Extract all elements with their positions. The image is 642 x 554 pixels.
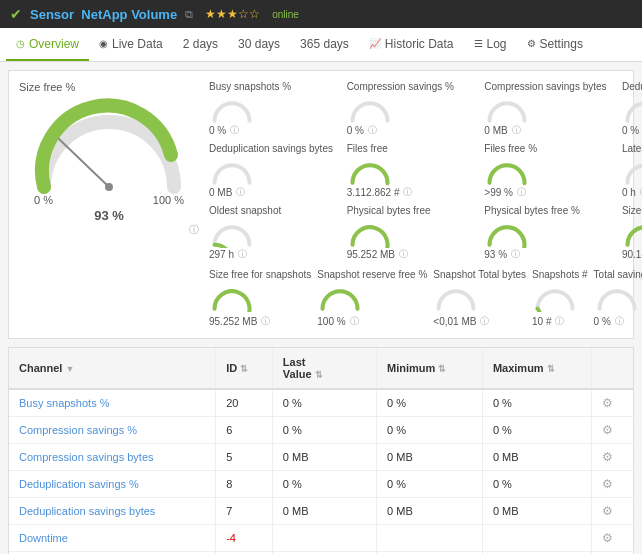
mini-gauge-svg-wrap-7 (622, 156, 642, 186)
mini-gauge-title-6: Files free % (484, 143, 616, 154)
mini-gauge-11: Size free 90.140 MB ⓘ (622, 205, 642, 261)
big-gauge-min: 0 % (34, 194, 53, 206)
mini-gauge-svg-wrap-0 (209, 94, 255, 124)
mini-gauge-svg-wrap-11 (622, 218, 642, 248)
mini-gauge-value-3: 0 % (622, 125, 639, 136)
id-sort-icon[interactable]: ⇅ (240, 364, 248, 374)
mini-gauge-info-9[interactable]: ⓘ (399, 248, 408, 261)
mini-gauge-svg-wrap-2 (484, 94, 530, 124)
cell-lastvalue-3: 0 % (272, 471, 376, 498)
min-sort-icon[interactable]: ⇅ (438, 364, 446, 374)
nav-historicdata[interactable]: 📈 Historic Data (359, 28, 464, 61)
mini-gauge2-info-2[interactable]: ⓘ (480, 315, 489, 328)
mini-gauges-area: Busy snapshots % 0 % ⓘ Compression savin… (209, 81, 642, 328)
cell-minimum-3: 0 % (377, 471, 483, 498)
row-gear-icon-4[interactable]: ⚙ (602, 504, 613, 518)
copy-icon[interactable]: ⧉ (185, 8, 193, 21)
mini-gauge-info-8[interactable]: ⓘ (238, 248, 247, 261)
nav-settings-label: Settings (540, 37, 583, 51)
cell-id-5: -4 (216, 525, 273, 552)
mini-gauge-7: Latest snapshot 0 h ⓘ (622, 143, 642, 199)
row-gear-icon-0[interactable]: ⚙ (602, 396, 613, 410)
mini-gauge-info-10[interactable]: ⓘ (511, 248, 520, 261)
header-brand-name: NetApp Volume (81, 7, 177, 22)
overview-icon: ◷ (16, 38, 25, 49)
nav-overview-label: Overview (29, 37, 79, 51)
mini-gauge-info-6[interactable]: ⓘ (517, 186, 526, 199)
cell-actions-5[interactable]: ⚙ (591, 525, 633, 552)
mini-gauge-info-4[interactable]: ⓘ (236, 186, 245, 199)
mini-gauge-value-11: 90.140 MB (622, 249, 642, 260)
mini-gauge2-svg-wrap-2 (433, 282, 479, 315)
mini-gauge-title-10: Physical bytes free % (484, 205, 616, 216)
nav-settings[interactable]: ⚙ Settings (517, 28, 593, 61)
cell-id-0: 20 (216, 389, 273, 417)
max-sort-icon[interactable]: ⇅ (547, 364, 555, 374)
mini-gauge2-2: Snapshot Total bytes <0,01 MB ⓘ (433, 269, 526, 328)
nav-30days[interactable]: 30 days (228, 28, 290, 61)
mini-gauge-title-5: Files free (347, 143, 479, 154)
mini-gauge-title-1: Compression savings % (347, 81, 479, 92)
mini-gauge-info-0[interactable]: ⓘ (230, 124, 239, 137)
mini-gauge-title-11: Size free (622, 205, 642, 216)
big-gauge-info-icon[interactable]: ⓘ (189, 223, 199, 237)
cell-actions-2[interactable]: ⚙ (591, 444, 633, 471)
col-id: ID ⇅ (216, 348, 273, 389)
mini-gauge2-svg-wrap-4 (594, 282, 640, 315)
cell-channel-2: Compression savings bytes (9, 444, 216, 471)
mini-gauge-10: Physical bytes free % 93 % ⓘ (484, 205, 616, 261)
row-gear-icon-5[interactable]: ⚙ (602, 531, 613, 545)
mini-gauge2-info-4[interactable]: ⓘ (615, 315, 624, 328)
cell-actions-1[interactable]: ⚙ (591, 417, 633, 444)
cell-actions-0[interactable]: ⚙ (591, 389, 633, 417)
cell-lastvalue-0: 0 % (272, 389, 376, 417)
mini-gauge-value-1: 0 % (347, 125, 364, 136)
cell-lastvalue-2: 0 MB (272, 444, 376, 471)
cell-actions-3[interactable]: ⚙ (591, 471, 633, 498)
mini-gauge-svg-wrap-1 (347, 94, 393, 124)
big-gauge-labels: 0 % 100 % (34, 194, 184, 206)
cell-actions-4[interactable]: ⚙ (591, 498, 633, 525)
main-content: Size free % 0 % 100 % 93 % ⓘ (0, 62, 642, 554)
check-icon: ✔ (10, 6, 22, 22)
mini-gauge-info-5[interactable]: ⓘ (403, 186, 412, 199)
row-gear-icon-1[interactable]: ⚙ (602, 423, 613, 437)
row-gear-icon-2[interactable]: ⚙ (602, 450, 613, 464)
cell-maximum-3: 0 % (482, 471, 591, 498)
table-section: Channel ▼ ID ⇅ LastValue ⇅ Minimum ⇅ Max… (8, 347, 634, 554)
mini-gauge2-info-3[interactable]: ⓘ (555, 315, 564, 328)
mini-gauge2-3: Snapshots # 10 # ⓘ (532, 269, 588, 328)
mini-gauge-value-9: 95.252 MB (347, 249, 395, 260)
cell-id-3: 8 (216, 471, 273, 498)
nav-2days[interactable]: 2 days (173, 28, 228, 61)
nav-log[interactable]: ☰ Log (464, 28, 517, 61)
mini-gauge-svg-wrap-3 (622, 94, 642, 124)
mini-gauge2-0: Size free for snapshots 95.252 MB ⓘ (209, 269, 311, 328)
nav-365days[interactable]: 365 days (290, 28, 359, 61)
mini-gauge2-title-1: Snapshot reserve free % (317, 269, 427, 280)
mini-gauge-info-1[interactable]: ⓘ (368, 124, 377, 137)
cell-minimum-1: 0 % (377, 417, 483, 444)
header-title: Sensor NetApp Volume (30, 7, 177, 22)
col-minimum: Minimum ⇅ (377, 348, 483, 389)
mini-gauge-title-9: Physical bytes free (347, 205, 479, 216)
mini-gauge2-value-0: 95.252 MB (209, 316, 257, 327)
cell-channel-5: Downtime (9, 525, 216, 552)
nav-livedata[interactable]: ◉ Live Data (89, 28, 173, 61)
cell-maximum-5 (482, 525, 591, 552)
mini-gauge2-svg-wrap-1 (317, 282, 363, 315)
channel-sort-icon[interactable]: ▼ (65, 364, 74, 374)
log-icon: ☰ (474, 38, 483, 49)
cell-channel-3: Deduplication savings % (9, 471, 216, 498)
header: ✔ Sensor NetApp Volume ⧉ ★★★☆☆ online (0, 0, 642, 28)
cell-minimum-4: 0 MB (377, 498, 483, 525)
mini-gauge2-info-0[interactable]: ⓘ (261, 315, 270, 328)
lastvalue-sort-icon[interactable]: ⇅ (315, 370, 323, 380)
mini-gauge-value-0: 0 % (209, 125, 226, 136)
mini-gauge-title-3: Deduplication savings % (622, 81, 642, 92)
mini-gauge2-info-1[interactable]: ⓘ (350, 315, 359, 328)
mini-gauge-info-2[interactable]: ⓘ (512, 124, 521, 137)
row-gear-icon-3[interactable]: ⚙ (602, 477, 613, 491)
mini-gauge-title-8: Oldest snapshot (209, 205, 341, 216)
nav-overview[interactable]: ◷ Overview (6, 28, 89, 61)
